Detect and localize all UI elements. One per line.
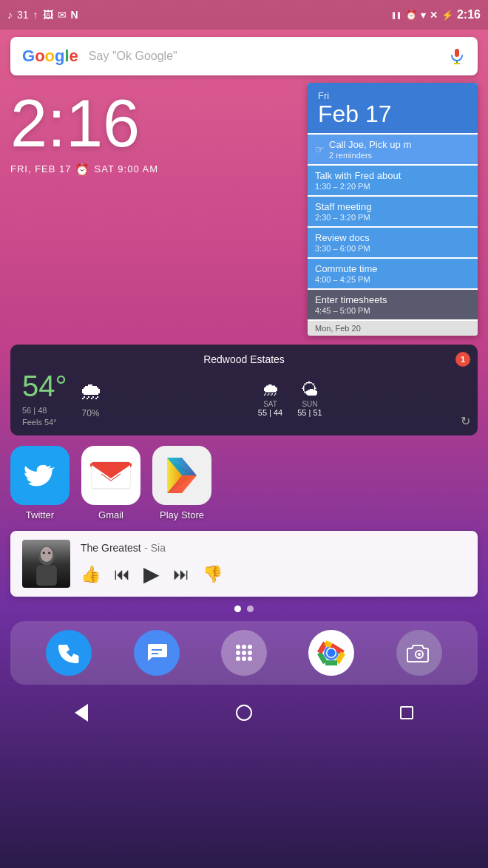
svg-point-12 bbox=[42, 552, 45, 555]
next-button[interactable]: ⏭ bbox=[173, 565, 189, 584]
mail-icon: ✉ bbox=[58, 9, 67, 21]
svg-point-23 bbox=[242, 657, 246, 661]
clock-widget: 2:16 FRI, FEB 17 ⏰ SAT 9:00 AM bbox=[10, 83, 299, 336]
thumbs-up-button[interactable]: 👍 bbox=[81, 565, 101, 584]
svg-rect-0 bbox=[455, 49, 459, 57]
calendar-header: Fri Feb 17 bbox=[308, 83, 478, 133]
svg-point-21 bbox=[248, 651, 252, 655]
phone-dock-icon[interactable] bbox=[46, 630, 92, 676]
music-info: The Greatest - Sia 👍 ⏮ ▶ ⏭ 👎 bbox=[81, 541, 466, 586]
home-button[interactable] bbox=[229, 698, 259, 728]
music-player: The Greatest - Sia 👍 ⏮ ▶ ⏭ 👎 bbox=[10, 531, 478, 597]
google-logo: Google bbox=[22, 47, 78, 66]
gmail-icon-bg bbox=[81, 446, 140, 505]
calendar-date: Feb 17 bbox=[318, 101, 467, 127]
svg-rect-4 bbox=[92, 462, 130, 465]
signal-off-icon: ✕ bbox=[430, 10, 438, 21]
calendar-event-1[interactable]: Talk with Fred about 1:30 – 2:20 PM bbox=[308, 166, 478, 195]
refresh-icon[interactable]: ↻ bbox=[461, 414, 470, 428]
playstore-app[interactable]: Play Store bbox=[152, 446, 211, 521]
gmail-label: Gmail bbox=[98, 509, 123, 521]
app-icons-row: Twitter Gmail bbox=[0, 435, 488, 531]
event-time-5: 4:45 – 5:00 PM bbox=[315, 306, 470, 315]
svg-point-31 bbox=[418, 653, 421, 656]
image-icon: 🖼 bbox=[43, 9, 53, 21]
event-time-1: 1:30 – 2:20 PM bbox=[315, 182, 470, 191]
weather-day-sun: 🌤 SUN 55 | 51 bbox=[297, 379, 322, 417]
music-separator: - bbox=[144, 542, 151, 554]
calendar-event-4[interactable]: Commute time 4:00 – 4:25 PM bbox=[308, 259, 478, 288]
chrome-dock-icon[interactable] bbox=[308, 630, 354, 676]
weather-forecast: 🌧 SAT 55 | 44 🌤 SUN 55 | 51 bbox=[115, 379, 467, 417]
calendar-event-reminder[interactable]: ☞ Call Joe, Pick up m 2 reminders bbox=[308, 135, 478, 164]
music-track-title: The Greatest bbox=[81, 542, 141, 554]
clock-time: 2:16 bbox=[10, 90, 299, 157]
messages-dock-icon[interactable] bbox=[134, 630, 180, 676]
event-title-4: Commute time bbox=[315, 263, 470, 274]
svg-point-16 bbox=[236, 645, 240, 649]
apps-dock-icon[interactable] bbox=[221, 630, 267, 676]
page-dot-2[interactable] bbox=[247, 606, 254, 612]
music-thumbnail bbox=[22, 540, 70, 588]
camera-dock-icon[interactable] bbox=[396, 630, 442, 676]
calendar-event-5[interactable]: Enter timesheets 4:45 – 5:00 PM bbox=[308, 290, 478, 319]
recents-button[interactable] bbox=[392, 698, 421, 728]
event-title-3: Review docs bbox=[315, 232, 470, 243]
event-time-2: 2:30 – 3:20 PM bbox=[315, 213, 470, 222]
upload-icon: ↑ bbox=[33, 9, 38, 21]
calendar-widget: Fri Feb 17 ☞ Call Joe, Pick up m 2 remin… bbox=[308, 83, 478, 336]
svg-point-22 bbox=[236, 657, 240, 661]
weather-feels-like: Feels 54° bbox=[22, 418, 67, 427]
weather-day-sat: 🌧 SAT 55 | 44 bbox=[258, 379, 282, 417]
weather-main: 54° 56 | 48 Feels 54° 🌧 70% 🌧 SAT 55 | 4… bbox=[22, 370, 466, 427]
twitter-label: Twitter bbox=[26, 509, 54, 521]
event-time-3: 3:30 – 6:00 PM bbox=[315, 244, 470, 253]
thumbs-down-button[interactable]: 👎 bbox=[203, 565, 223, 584]
status-icons-right: ⫿⫿ ⏰ ▾ ✕ ⚡ 2:16 bbox=[391, 8, 481, 21]
weather-widget: Redwood Estates 1 54° 56 | 48 Feels 54° … bbox=[10, 345, 478, 435]
calendar-next-day: Mon, Feb 20 bbox=[308, 321, 478, 336]
vibrate-icon: ⫿⫿ bbox=[391, 10, 401, 21]
event-title-1: Talk with Fred about bbox=[315, 170, 470, 181]
play-button[interactable]: ▶ bbox=[143, 562, 160, 586]
svg-point-17 bbox=[242, 645, 246, 649]
svg-point-20 bbox=[242, 651, 246, 655]
music-title-line: The Greatest - Sia bbox=[81, 541, 466, 555]
svg-point-13 bbox=[47, 552, 50, 555]
weather-temperature: 54° bbox=[22, 370, 67, 403]
music-controls: 👍 ⏮ ▶ ⏭ 👎 bbox=[81, 562, 466, 586]
svg-point-29 bbox=[328, 649, 336, 657]
calendar-event-3[interactable]: Review docs 3:30 – 6:00 PM bbox=[308, 228, 478, 257]
svg-rect-10 bbox=[36, 566, 57, 586]
calendar-icon: 31 bbox=[17, 9, 29, 21]
navigation-bar bbox=[0, 691, 488, 735]
music-artist: Sia bbox=[151, 542, 166, 554]
svg-point-11 bbox=[40, 547, 52, 562]
svg-point-24 bbox=[248, 657, 252, 661]
playstore-label: Play Store bbox=[160, 509, 204, 521]
n-icon: N bbox=[71, 9, 78, 21]
twitter-app[interactable]: Twitter bbox=[10, 446, 70, 521]
previous-button[interactable]: ⏮ bbox=[114, 565, 130, 584]
battery-icon: ⚡ bbox=[441, 10, 453, 21]
wifi-icon: ▾ bbox=[421, 10, 426, 21]
search-placeholder: Say "Ok Google" bbox=[89, 50, 448, 63]
twitter-icon-bg bbox=[10, 446, 70, 505]
svg-point-18 bbox=[248, 645, 252, 649]
music-icon: ♪ bbox=[7, 9, 13, 21]
back-button[interactable] bbox=[67, 698, 96, 728]
clock-date: FRI, FEB 17 ⏰ SAT 9:00 AM bbox=[10, 163, 299, 177]
status-bar: ♪ 31 ↑ 🖼 ✉ N ⫿⫿ ⏰ ▾ ✕ ⚡ 2:16 bbox=[0, 0, 488, 30]
calendar-day: Fri bbox=[318, 90, 467, 101]
playstore-icon-bg bbox=[152, 446, 211, 505]
weather-humidity: 70% bbox=[81, 408, 99, 418]
calendar-event-2[interactable]: Staff meeting 2:30 – 3:20 PM bbox=[308, 197, 478, 226]
main-content: 2:16 FRI, FEB 17 ⏰ SAT 9:00 AM Fri Feb 1… bbox=[0, 83, 488, 336]
search-bar[interactable]: Google Say "Ok Google" bbox=[10, 37, 478, 75]
microphone-icon[interactable] bbox=[448, 47, 466, 65]
page-dot-1[interactable] bbox=[234, 606, 241, 612]
event-title-5: Enter timesheets bbox=[315, 294, 470, 305]
weather-high-low: 56 | 48 bbox=[22, 406, 67, 415]
weather-alert-badge: 1 bbox=[455, 352, 470, 367]
gmail-app[interactable]: Gmail bbox=[81, 446, 140, 521]
